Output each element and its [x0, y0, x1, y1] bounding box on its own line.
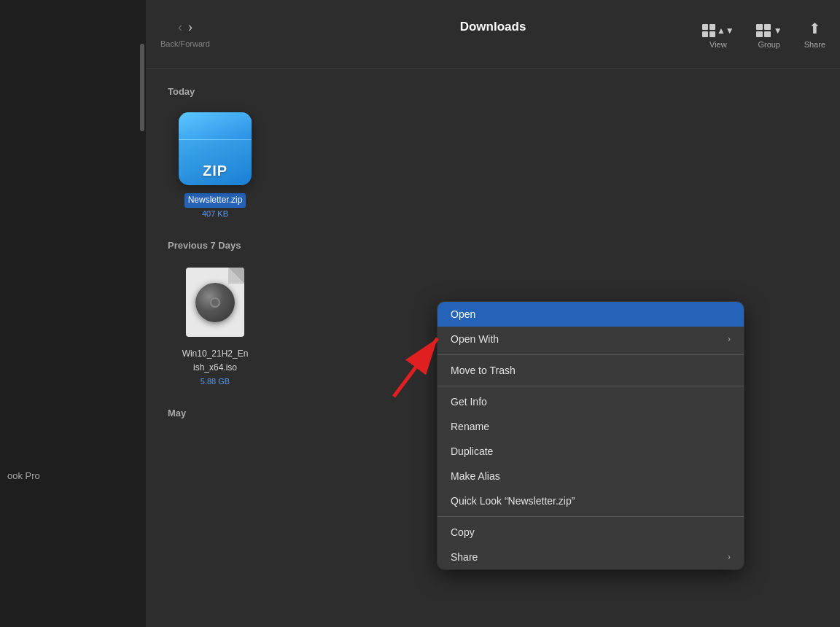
share-button[interactable]: ⬆ Share [804, 20, 825, 49]
group-label: Group [758, 40, 780, 49]
today-section-header: Today [168, 86, 818, 97]
context-menu-open-with[interactable]: Open With › [438, 327, 744, 351]
group-chevron-icon: ▼ [774, 26, 782, 36]
back-button[interactable]: ‹ [178, 20, 182, 35]
today-file-grid: ZIP Newsletter.zip 407 KB [168, 109, 818, 218]
context-menu-separator-2 [438, 386, 744, 386]
open-with-arrow-icon: › [728, 334, 731, 344]
iso-paper [186, 268, 244, 337]
share-arrow-icon: › [728, 552, 731, 562]
content-area: Today ZIP Newsletter.zip 407 KB Previous… [146, 69, 840, 627]
context-menu-share[interactable]: Share › [438, 545, 744, 569]
iso-filename-line2: ish_x64.iso [190, 361, 241, 375]
zip-flap [179, 112, 252, 140]
toolbar: ‹ › Back/Forward Downloads ▲▼ View [146, 0, 840, 69]
context-menu-rename-label: Rename [451, 421, 489, 432]
group-icon-group: ▼ [756, 24, 782, 37]
context-menu-share-label: Share [451, 551, 478, 563]
group-button[interactable]: ▼ Group [756, 24, 782, 49]
view-icon-group: ▲▼ [702, 24, 734, 37]
zip-icon-wrapper: ZIP [175, 109, 255, 189]
sidebar-device-label: ook Pro [7, 470, 40, 481]
forward-button[interactable]: › [188, 20, 192, 35]
context-menu-copy[interactable]: Copy [438, 520, 744, 545]
context-menu-quick-look[interactable]: Quick Look “Newsletter.zip” [438, 488, 744, 513]
context-menu-open-label: Open [451, 308, 475, 320]
view-button[interactable]: ▲▼ View [702, 24, 734, 49]
context-menu-get-info-label: Get Info [451, 396, 487, 408]
context-menu-rename[interactable]: Rename [438, 414, 744, 439]
file-item-newsletter[interactable]: ZIP Newsletter.zip 407 KB [168, 109, 262, 218]
iso-icon-wrapper [175, 262, 255, 343]
view-label: View [709, 40, 727, 49]
context-menu-copy-label: Copy [451, 526, 475, 538]
iso-disk [195, 283, 235, 322]
file-item-iso[interactable]: Win10_21H2_En ish_x64.iso 5.88 GB [168, 262, 262, 386]
main-content: ‹ › Back/Forward Downloads ▲▼ View [146, 0, 840, 627]
view-chevron-icon: ▲▼ [717, 26, 734, 36]
context-menu-separator-3 [438, 516, 744, 517]
newsletter-filesize: 407 KB [202, 209, 228, 218]
toolbar-actions: ▲▼ View ▼ Group ⬆ Share [702, 20, 825, 49]
zip-file-icon: ZIP [179, 112, 252, 185]
share-label: Share [804, 40, 825, 49]
sidebar-scrollbar[interactable] [140, 44, 144, 131]
context-menu-make-alias-label: Make Alias [451, 470, 500, 482]
context-menu-open[interactable]: Open [438, 302, 744, 327]
newsletter-filename: Newsletter.zip [184, 193, 246, 208]
back-forward-label: Back/Forward [160, 39, 210, 48]
zip-label-text: ZIP [203, 163, 228, 179]
grid-view-icon [702, 24, 715, 37]
context-menu-duplicate[interactable]: Duplicate [438, 439, 744, 464]
page-title: Downloads [460, 20, 526, 34]
context-menu-make-alias[interactable]: Make Alias [438, 464, 744, 488]
iso-disk-hole [210, 297, 220, 308]
iso-filesize: 5.88 GB [201, 377, 230, 386]
nav-buttons: ‹ › Back/Forward [160, 20, 210, 48]
context-menu-quick-look-label: Quick Look “Newsletter.zip” [451, 495, 575, 507]
iso-file-icon [179, 266, 252, 339]
context-menu-move-trash-label: Move to Trash [451, 365, 516, 376]
iso-filename-line1: Win10_21H2_En [179, 347, 252, 362]
sidebar: ook Pro [0, 0, 146, 627]
context-menu-move-trash[interactable]: Move to Trash [438, 358, 744, 383]
context-menu[interactable]: Open Open With › Move to Trash Get Info … [438, 302, 744, 569]
context-menu-get-info[interactable]: Get Info [438, 389, 744, 414]
previous7-section-header: Previous 7 Days [168, 240, 818, 251]
share-icon: ⬆ [809, 20, 821, 37]
context-menu-open-with-label: Open With [451, 333, 499, 345]
context-menu-duplicate-label: Duplicate [451, 445, 493, 457]
context-menu-separator-1 [438, 354, 744, 355]
